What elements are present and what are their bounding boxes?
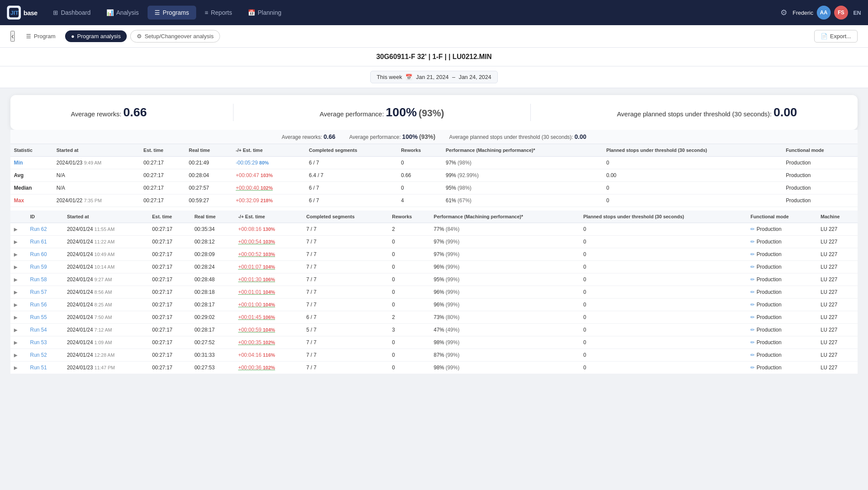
run-stops: 0	[580, 273, 747, 286]
run-segments: 7 / 7	[303, 336, 389, 349]
col-real-time-stat: Real time	[185, 144, 232, 157]
runs-table-row: ▶ Run 57 2024/01/24 8:56 AM 00:27:17 00:…	[10, 286, 858, 299]
run-real-time: 00:28:09	[191, 248, 235, 261]
run-reworks: 0	[388, 299, 430, 311]
nav-item-analysis[interactable]: 📊 Analysis	[99, 6, 146, 20]
run-id[interactable]: Run 52	[26, 349, 63, 362]
col-stops: Planned stops under threshold (30 second…	[580, 210, 747, 223]
run-started-at: 2024/01/24 9:27 AM	[63, 273, 148, 286]
filter-icon[interactable]: ⚙	[780, 8, 787, 17]
stat-reworks: 0	[398, 157, 442, 169]
run-reworks: 0	[388, 236, 430, 248]
run-reworks: 0	[388, 261, 430, 273]
runs-table-row: ▶ Run 58 2024/01/24 9:27 AM 00:27:17 00:…	[10, 273, 858, 286]
col-statistic: Statistic	[10, 144, 53, 157]
back-button[interactable]: ‹	[10, 31, 15, 42]
run-segments: 7 / 7	[303, 299, 389, 311]
run-real-time: 00:27:52	[191, 336, 235, 349]
run-id[interactable]: Run 56	[26, 299, 63, 311]
run-expand[interactable]: ▶	[10, 286, 26, 299]
avatar-fs: FS	[834, 6, 848, 20]
col-reworks-stat: Reworks	[398, 144, 442, 157]
run-started-at: 2024/01/24 10:49 AM	[63, 248, 148, 261]
run-id[interactable]: Run 55	[26, 311, 63, 324]
export-button[interactable]: 📄 Export...	[814, 30, 858, 43]
run-expand[interactable]: ▶	[10, 362, 26, 374]
run-id[interactable]: Run 60	[26, 248, 63, 261]
col-reworks: Reworks	[388, 210, 430, 223]
col-perf: Performance (Machining performance)*	[430, 210, 580, 223]
stat-delta: +00:32:09 218%	[232, 194, 306, 207]
run-id[interactable]: Run 61	[26, 236, 63, 248]
run-started-at: 2024/01/24 11:55 AM	[63, 223, 148, 236]
run-perf: 96% (99%)	[430, 261, 580, 273]
summary-row-small: Average reworks: 0.66 Average performanc…	[10, 130, 858, 144]
run-expand[interactable]: ▶	[10, 324, 26, 336]
run-funcmode: ✏Production	[747, 362, 817, 374]
stat-funcmode: Production	[783, 157, 858, 169]
nav-item-planning[interactable]: 📅 Planning	[241, 6, 289, 20]
run-id[interactable]: Run 62	[26, 223, 63, 236]
run-id[interactable]: Run 57	[26, 286, 63, 299]
stat-est-time: 00:27:17	[140, 157, 186, 169]
run-stops: 0	[580, 311, 747, 324]
run-expand[interactable]: ▶	[10, 273, 26, 286]
summary-divider-1	[233, 104, 233, 121]
language-button[interactable]: EN	[853, 10, 861, 16]
run-perf: 96% (99%)	[430, 286, 580, 299]
run-id[interactable]: Run 54	[26, 324, 63, 336]
col-id: ID	[26, 210, 63, 223]
date-row: This week 📅 Jan 21, 2024 – Jan 24, 2024	[0, 66, 868, 88]
run-id[interactable]: Run 53	[26, 336, 63, 349]
run-reworks: 0	[388, 349, 430, 362]
runs-table-row: ▶ Run 51 2024/01/23 11:47 PM 00:27:17 00…	[10, 362, 858, 374]
run-started-at: 2024/01/24 8:56 AM	[63, 286, 148, 299]
run-delta: +00:01:30 106%	[235, 273, 303, 286]
tab-program[interactable]: ☰ Program	[20, 30, 62, 42]
date-end: Jan 24, 2024	[459, 74, 491, 80]
run-id[interactable]: Run 58	[26, 273, 63, 286]
run-expand[interactable]: ▶	[10, 336, 26, 349]
run-expand[interactable]: ▶	[10, 311, 26, 324]
run-real-time: 00:28:24	[191, 261, 235, 273]
runs-table-row: ▶ Run 56 2024/01/24 8:25 AM 00:27:17 00:…	[10, 299, 858, 311]
run-id[interactable]: Run 51	[26, 362, 63, 374]
run-stops: 0	[580, 261, 747, 273]
program-tab-icon: ☰	[26, 33, 31, 39]
run-expand[interactable]: ▶	[10, 261, 26, 273]
stat-started-at: 2024/01/23 9:49 AM	[53, 157, 140, 169]
run-expand[interactable]: ▶	[10, 349, 26, 362]
nav-item-dashboard[interactable]: ⊞ Dashboard	[46, 6, 98, 20]
col-est-time: Est. time	[149, 210, 191, 223]
stats-table-row: Avg N/A 00:27:17 00:28:04 +00:00:47 103%…	[10, 169, 858, 182]
nav-item-reports[interactable]: ≡ Reports	[198, 6, 239, 20]
run-expand[interactable]: ▶	[10, 248, 26, 261]
stat-name: Max	[10, 194, 53, 207]
run-started-at: 2024/01/24 8:25 AM	[63, 299, 148, 311]
run-reworks: 0	[388, 336, 430, 349]
subheader: ‹ ☰ Program ● Program analysis ⚙ Setup/C…	[0, 25, 868, 48]
summary-stops-value: 0.00	[773, 105, 797, 119]
runs-table-header-row: ID Started at Est. time Real time -/+ Es…	[10, 210, 858, 223]
stat-name: Min	[10, 157, 53, 169]
summary-perf-value: 100%	[386, 105, 417, 119]
run-machine: LU 227	[817, 261, 858, 273]
stat-perf: 61% (67%)	[442, 194, 603, 207]
run-expand[interactable]: ▶	[10, 223, 26, 236]
run-funcmode: ✏Production	[747, 223, 817, 236]
run-expand[interactable]: ▶	[10, 236, 26, 248]
run-perf: 73% (80%)	[430, 311, 580, 324]
tab-program-analysis[interactable]: ● Program analysis	[65, 30, 127, 42]
run-machine: LU 227	[817, 349, 858, 362]
nav-item-programs[interactable]: ☰ Programs	[148, 6, 196, 20]
date-range-picker[interactable]: This week 📅 Jan 21, 2024 – Jan 24, 2024	[370, 71, 498, 83]
run-expand[interactable]: ▶	[10, 299, 26, 311]
col-stops-stat: Planned stops under threshold (30 second…	[603, 144, 783, 157]
run-id[interactable]: Run 59	[26, 261, 63, 273]
stat-started-at: N/A	[53, 182, 140, 194]
logo[interactable]: JIT base	[7, 6, 37, 20]
run-machine: LU 227	[817, 236, 858, 248]
tab-setup-changeover-analysis[interactable]: ⚙ Setup/Changeover analysis	[130, 30, 220, 43]
col-perf-stat: Performance (Machining performance)*	[442, 144, 603, 157]
stats-table-row: Median N/A 00:27:17 00:27:57 +00:00:40 1…	[10, 182, 858, 194]
